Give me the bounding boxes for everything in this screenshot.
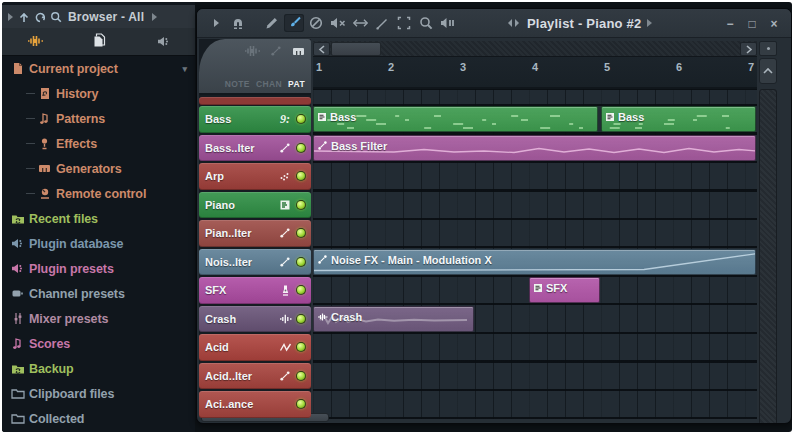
- maximize-button[interactable]: □: [741, 15, 763, 33]
- sidebar-item-plugin-database[interactable]: Plugin database: [2, 231, 195, 256]
- track-row-pian-lter[interactable]: Pian..lter: [199, 220, 311, 247]
- clip-header: Noise FX - Main - Modulation X: [317, 254, 492, 266]
- sidebar-item-current-project[interactable]: Current project▾: [2, 56, 195, 81]
- track-row-nois-lter[interactable]: Nois..lter: [199, 249, 311, 276]
- track-row-partial[interactable]: [199, 97, 311, 105]
- browser-nav-bar: Browser - All: [2, 5, 195, 28]
- clip-header: Bass: [605, 111, 644, 123]
- browser-next-icon[interactable]: [150, 12, 158, 22]
- tool-mute-icon[interactable]: [328, 14, 348, 32]
- track-enable-led[interactable]: [296, 171, 306, 181]
- clip-noise-fx-main-modulation-x[interactable]: Noise FX - Main - Modulation X: [313, 249, 756, 275]
- tool-menu-arrow-icon[interactable]: [206, 14, 226, 32]
- track-enable-led[interactable]: [296, 200, 306, 210]
- scrollbar-options-button[interactable]: [759, 41, 777, 56]
- clip-sfx[interactable]: SFX: [529, 277, 600, 303]
- horizontal-scrollbar[interactable]: [313, 41, 757, 57]
- scroll-right-button[interactable]: [740, 42, 757, 56]
- sidebar-item-mixer-presets[interactable]: Mixer presets: [2, 306, 195, 331]
- track-row-bass-lter[interactable]: Bass..lter: [199, 135, 311, 162]
- sidebar-item-channel-presets[interactable]: Channel presets: [2, 281, 195, 306]
- clip-bass-filter[interactable]: Bass Filter: [313, 135, 756, 161]
- tool-select-icon[interactable]: [394, 14, 414, 32]
- vertical-scroll-thumb[interactable]: [759, 89, 777, 424]
- track-row-sfx[interactable]: SFX: [199, 277, 311, 304]
- playlist-corner-tab: NOTECHANPAT: [199, 39, 311, 95]
- clip-header: Bass: [317, 111, 356, 123]
- track-enable-led[interactable]: [296, 257, 306, 267]
- clip-lanes[interactable]: BassBassBass FilterNoise FX - Main - Mod…: [313, 89, 757, 419]
- horizontal-scroll-thumb[interactable]: [331, 42, 381, 56]
- sidebar-item-effects[interactable]: Effects: [2, 131, 195, 156]
- tool-slip-icon[interactable]: [350, 14, 370, 32]
- browser-tabs: [2, 28, 195, 56]
- browser-tab-file-copy-icon[interactable]: [93, 33, 106, 51]
- track-enable-led[interactable]: [296, 399, 306, 409]
- clip-header: SFX: [533, 282, 567, 294]
- minimize-button[interactable]: −: [719, 15, 741, 33]
- scroll-up-button[interactable]: [759, 58, 777, 84]
- track-row-piano[interactable]: Piano: [199, 192, 311, 219]
- mode-note[interactable]: NOTE: [225, 79, 250, 89]
- track-enable-led[interactable]: [296, 342, 306, 352]
- tool-playback-icon[interactable]: [438, 14, 458, 32]
- playlist-menu-arrow-icon[interactable]: [645, 18, 653, 28]
- tool-slice-icon[interactable]: [372, 14, 392, 32]
- track-name: Bass: [199, 113, 277, 125]
- track-enable-led[interactable]: [296, 371, 306, 381]
- vertical-scrollbar[interactable]: [759, 41, 777, 419]
- sidebar-item-patterns[interactable]: Patterns: [2, 106, 195, 131]
- tool-brush-icon[interactable]: [284, 14, 304, 32]
- corner-mode-icons: [244, 45, 305, 57]
- track-name: Acid..lter: [199, 370, 277, 382]
- track-name: Aci..ance: [199, 398, 293, 410]
- timeline-ruler[interactable]: 1234567: [313, 57, 757, 89]
- sidebar-item-collected[interactable]: Collected: [2, 406, 195, 431]
- track-row-arp[interactable]: Arp: [199, 163, 311, 190]
- tool-pencil-icon[interactable]: [262, 14, 282, 32]
- sidebar-item-backup[interactable]: Backup: [2, 356, 195, 381]
- browser-tab-speaker-icon[interactable]: [157, 33, 170, 51]
- track-enable-led[interactable]: [296, 228, 306, 238]
- timeline-bar-number: 4: [532, 61, 538, 73]
- close-button[interactable]: ×: [763, 15, 785, 33]
- track-row-acid[interactable]: Acid: [199, 334, 311, 361]
- browser-up-icon[interactable]: [18, 11, 30, 23]
- track-enable-led[interactable]: [296, 114, 306, 124]
- sidebar-item-scores[interactable]: Scores: [2, 331, 195, 356]
- waveform-icon[interactable]: [244, 45, 260, 57]
- clip-crash[interactable]: Crash: [313, 306, 474, 332]
- track-row-bass[interactable]: Bass9:: [199, 106, 311, 133]
- track-row-acid-lter[interactable]: Acid..lter: [199, 363, 311, 390]
- track-enable-led[interactable]: [296, 314, 306, 324]
- channel-icon: [10, 287, 25, 300]
- detach-arrows-icon[interactable]: [505, 18, 523, 28]
- scroll-left-button[interactable]: [313, 42, 330, 56]
- track-enable-led[interactable]: [296, 143, 306, 153]
- tool-zoom-icon[interactable]: [416, 14, 436, 32]
- sidebar-item-remote-control[interactable]: Remote control: [2, 181, 195, 206]
- browser-tab-waveform-icon[interactable]: [27, 33, 43, 51]
- caret-down-icon[interactable]: ▾: [183, 64, 187, 74]
- clip-bass[interactable]: Bass: [601, 106, 756, 132]
- mode-pat[interactable]: PAT: [288, 79, 305, 89]
- sidebar-item-generators[interactable]: Generators: [2, 156, 195, 181]
- sidebar-item-recent-files[interactable]: Recent files: [2, 206, 195, 231]
- clip-label: SFX: [546, 282, 567, 294]
- track-enable-led[interactable]: [296, 285, 306, 295]
- clip-bass[interactable]: Bass: [313, 106, 598, 132]
- track-row-crash[interactable]: Crash: [199, 306, 311, 333]
- sidebar-item-history[interactable]: History: [2, 81, 195, 106]
- sidebar-item-label: Generators: [56, 162, 122, 176]
- sidebar-item-clipboard-files[interactable]: Clipboard files: [2, 381, 195, 406]
- tool-slash-icon[interactable]: [306, 14, 326, 32]
- browser-menu-arrow-icon[interactable]: [6, 12, 14, 22]
- track-row-aci-ance[interactable]: Aci..ance: [199, 391, 311, 418]
- search-icon[interactable]: [50, 11, 62, 23]
- browser-undo-icon[interactable]: [34, 11, 46, 23]
- tool-magnet-icon[interactable]: [228, 14, 248, 32]
- sidebar-item-plugin-presets[interactable]: Plugin presets: [2, 256, 195, 281]
- mode-chan[interactable]: CHAN: [256, 79, 282, 89]
- link-icon[interactable]: [270, 45, 282, 57]
- piano-icon[interactable]: [292, 46, 305, 57]
